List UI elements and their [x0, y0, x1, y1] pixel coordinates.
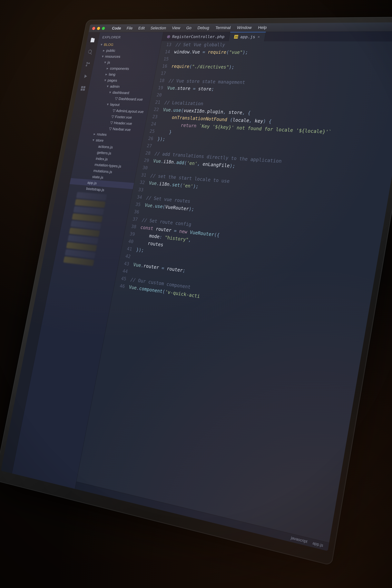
- tree-item-label: routes: [97, 132, 107, 137]
- tab-register-controller[interactable]: ⦿ RegisterController.php: [162, 32, 230, 41]
- tab-label: RegisterController.php: [172, 34, 225, 39]
- window-controls: [92, 27, 105, 30]
- tree-item-label: mutations.js: [93, 168, 113, 174]
- explorer-icon[interactable]: [89, 37, 96, 43]
- tree-root[interactable]: ▾BLOG: [97, 42, 161, 48]
- tree-item-label: getters.js: [97, 150, 112, 156]
- app-name[interactable]: Code: [112, 26, 122, 30]
- tree-item-label: ▽ AdminLayout.vue: [112, 108, 144, 114]
- tree-item-label: lang: [108, 72, 116, 76]
- tree-item-label: ▽ Navbar.vue: [109, 126, 131, 132]
- tree-item-label: ▽ Footer.vue: [111, 114, 132, 120]
- status-language[interactable]: javascript: [290, 536, 308, 544]
- tree-item-label: dashboard: [112, 90, 130, 95]
- menu-help[interactable]: Help: [258, 25, 267, 30]
- tree-item[interactable]: ▸public: [96, 48, 160, 54]
- extensions-icon[interactable]: [80, 86, 86, 92]
- tree-item-label: components: [110, 66, 129, 71]
- tree-item-label: ▽ Dashboard.vue: [115, 96, 143, 102]
- tree-item-label: app.js: [87, 180, 97, 186]
- menu-selection[interactable]: Selection: [150, 26, 166, 30]
- php-icon: ⦿: [166, 35, 170, 38]
- tab-label: app.js: [240, 34, 256, 39]
- tree-item-label: bootstrap.js: [86, 186, 105, 192]
- menu-window[interactable]: Window: [236, 25, 252, 30]
- menu-bar: Code File Edit Selection View Go Debug T…: [88, 22, 392, 32]
- zoom-icon[interactable]: [102, 27, 105, 30]
- tree-item-label: resources: [105, 54, 121, 58]
- close-tab-icon[interactable]: ×: [257, 34, 260, 39]
- scm-icon[interactable]: [84, 61, 91, 67]
- menu-file[interactable]: File: [126, 26, 133, 30]
- tree-item-label: ▽ Header.vue: [110, 120, 132, 126]
- menu-terminal[interactable]: Terminal: [215, 25, 231, 30]
- tree-item-label: mutation-types.js: [94, 162, 122, 168]
- tree-item-label: index.js: [96, 156, 108, 162]
- debug-icon[interactable]: [82, 73, 89, 80]
- tree-item-label: layout: [110, 102, 120, 107]
- tree-item-label: actions.js: [98, 144, 113, 149]
- tree-item[interactable]: ▾js: [93, 59, 158, 66]
- editor-tabs: ⦿ RegisterController.php JS app.js ×: [162, 32, 392, 42]
- status-file[interactable]: app.js: [312, 541, 324, 548]
- minimize-icon[interactable]: [97, 27, 100, 30]
- menu-debug[interactable]: Debug: [197, 26, 210, 30]
- explorer-title: EXPLORER: [98, 35, 163, 40]
- tree-item[interactable]: ▾resources: [94, 53, 159, 60]
- tab-app-js[interactable]: JS app.js ×: [229, 32, 266, 41]
- js-icon: JS: [234, 35, 238, 38]
- tree-item-label: store: [96, 138, 104, 143]
- close-icon[interactable]: [92, 27, 96, 30]
- tree-item-label: admin: [110, 84, 120, 89]
- tree-item-label: js: [107, 60, 110, 65]
- menu-go[interactable]: Go: [186, 26, 192, 30]
- tree-item-label: pages: [107, 78, 118, 83]
- menu-edit[interactable]: Edit: [138, 26, 145, 30]
- menu-view[interactable]: View: [172, 26, 181, 30]
- tree-item-label: public: [106, 48, 116, 53]
- tree-item-label: state.js: [92, 174, 104, 180]
- search-icon[interactable]: [87, 49, 94, 55]
